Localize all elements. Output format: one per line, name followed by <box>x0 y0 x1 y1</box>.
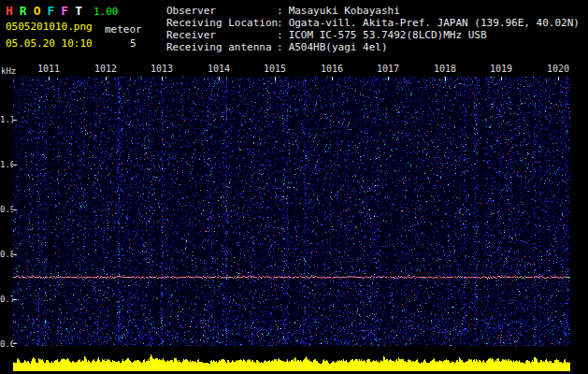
time-tick-label: 1016 <box>321 65 343 74</box>
info-label-observer: Observer <box>166 5 277 17</box>
info-value-observer: Masayuki Kobayashi <box>289 5 400 17</box>
mode-label: meteor <box>105 24 142 36</box>
time-tick-label: 1012 <box>94 65 117 74</box>
app-title-letter-f1: F <box>47 5 54 17</box>
info-value-antenna: A504HB(yagi 4el) <box>289 41 388 53</box>
info-value-receiver: ICOM IC-575 53.7492(8LCD)MHz USB <box>289 29 487 41</box>
hrofft-screen: H R O F F T 1.00 0505201010.png meteor 0… <box>0 0 588 374</box>
output-filename: 0505201010.png <box>6 22 93 33</box>
info-row-observer: Observer : Masayuki Kobayashi <box>166 5 587 17</box>
info-colon: : <box>277 41 283 53</box>
info-label-antenna: Receiving antenna <box>166 41 277 53</box>
info-value-location: Ogata-vill. Akita-Pref. JAPAN (139.96E, … <box>289 17 580 29</box>
observer-info-block: Observer : Masayuki Kobayashi Receiving … <box>166 5 587 53</box>
time-tick-label: 1017 <box>377 65 399 74</box>
info-row-location: Receiving Location : Ogata-vill. Akita-P… <box>166 17 587 29</box>
app-title-letter-r: R <box>20 5 27 17</box>
time-tick-label: 1020 <box>547 65 569 74</box>
app-title-letter-h: H <box>6 5 13 17</box>
time-tick-label: 1018 <box>434 65 456 74</box>
app-title: H R O F F T 1.00 <box>6 5 118 18</box>
app-title-letter-f2: F <box>61 5 68 17</box>
spectrogram-canvas <box>13 77 570 346</box>
app-title-letter-t: T <box>75 5 82 17</box>
app-title-letter-o: O <box>34 5 41 17</box>
time-tick-label: 1011 <box>37 65 60 74</box>
freq-unit-label: kHz <box>1 67 16 76</box>
info-row-receiver: Receiver : ICOM IC-575 53.7492(8LCD)MHz … <box>166 29 587 41</box>
level-band-canvas <box>13 350 570 371</box>
time-tick-label: 1014 <box>208 65 230 74</box>
time-tick-label: 1019 <box>490 65 512 74</box>
echo-count: 5 <box>130 38 136 50</box>
info-colon: : <box>277 17 283 29</box>
info-colon: : <box>277 29 283 41</box>
time-tick-label: 1013 <box>151 65 173 74</box>
info-label-receiver: Receiver <box>166 29 277 41</box>
time-tick-label: 1015 <box>264 65 286 74</box>
info-row-antenna: Receiving antenna : A504HB(yagi 4el) <box>166 41 587 53</box>
app-version: 1.00 <box>93 6 119 18</box>
info-label-location: Receiving Location <box>166 17 277 29</box>
info-colon: : <box>277 5 283 17</box>
timestamp: 05.05.20 10:10 <box>6 38 93 50</box>
